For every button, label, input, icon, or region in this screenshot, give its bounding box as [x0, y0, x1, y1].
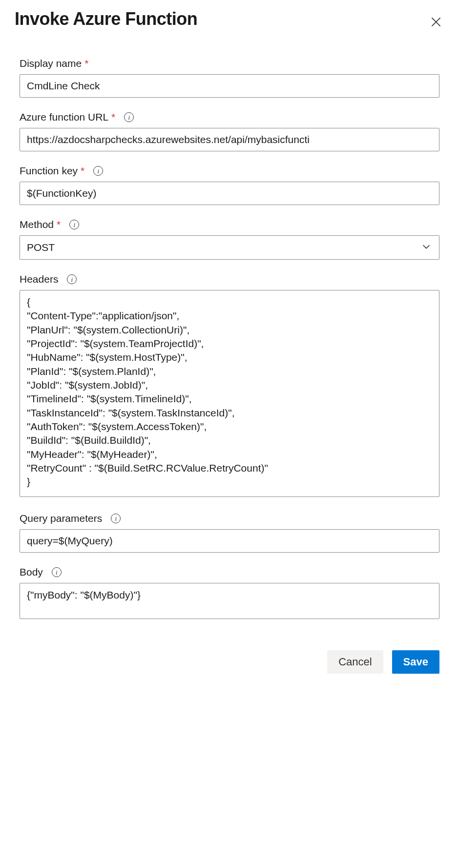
label-text: Method [20, 219, 54, 230]
info-icon[interactable]: i [93, 166, 103, 176]
field-function-key: Function key * i [20, 165, 439, 205]
label-text: Query parameters [20, 513, 102, 524]
info-icon[interactable]: i [124, 112, 134, 122]
label-function-url: Azure function URL * i [20, 111, 439, 123]
label-function-key: Function key * i [20, 165, 439, 177]
field-body: Body i [20, 566, 439, 621]
required-marker: * [81, 165, 84, 177]
function-key-input[interactable] [20, 182, 439, 205]
info-icon[interactable]: i [52, 567, 62, 577]
invoke-azure-function-panel: Invoke Azure Function Display name * Azu… [0, 0, 459, 688]
required-marker: * [111, 111, 115, 123]
close-icon [430, 16, 442, 28]
info-icon[interactable]: i [67, 274, 77, 284]
field-method: Method * i [20, 219, 439, 260]
method-select-wrap [20, 235, 439, 260]
headers-textarea[interactable] [20, 290, 439, 497]
cancel-button[interactable]: Cancel [327, 650, 383, 674]
panel-title: Invoke Azure Function [15, 9, 197, 29]
label-query-parameters: Query parameters i [20, 513, 439, 524]
close-button[interactable] [428, 14, 444, 30]
field-display-name: Display name * [20, 58, 439, 98]
info-icon[interactable]: i [111, 514, 121, 523]
query-parameters-input[interactable] [20, 529, 439, 553]
label-text: Body [20, 566, 43, 578]
footer: Cancel Save [15, 650, 444, 674]
label-text: Display name [20, 58, 82, 69]
label-text: Headers [20, 273, 58, 285]
label-body: Body i [20, 566, 439, 578]
form: Display name * Azure function URL * i Fu… [15, 58, 444, 621]
display-name-input[interactable] [20, 74, 439, 98]
label-text: Azure function URL [20, 111, 108, 123]
label-method: Method * i [20, 219, 439, 230]
function-url-input[interactable] [20, 128, 439, 151]
field-function-url: Azure function URL * i [20, 111, 439, 151]
field-query-parameters: Query parameters i [20, 513, 439, 553]
save-button[interactable]: Save [392, 650, 439, 674]
label-display-name: Display name * [20, 58, 439, 69]
required-marker: * [57, 219, 61, 230]
required-marker: * [84, 58, 88, 69]
field-headers: Headers i [20, 273, 439, 499]
label-text: Function key [20, 165, 78, 177]
info-icon[interactable]: i [69, 220, 79, 229]
panel-header: Invoke Azure Function [15, 9, 444, 30]
body-textarea[interactable] [20, 583, 439, 619]
method-select[interactable] [20, 235, 439, 260]
label-headers: Headers i [20, 273, 439, 285]
